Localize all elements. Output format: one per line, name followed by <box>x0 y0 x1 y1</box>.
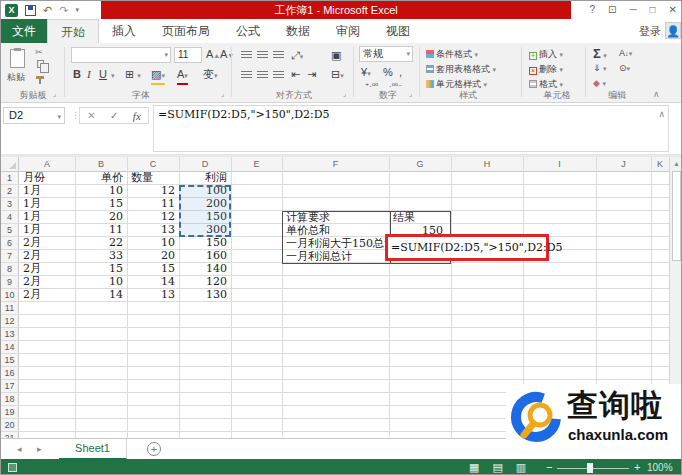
row-header[interactable]: 12 <box>1 315 19 327</box>
cut-icon[interactable]: ✂ <box>35 48 43 57</box>
cell[interactable]: 15 <box>75 263 127 275</box>
user-avatar-icon[interactable]: 👤 <box>665 22 681 39</box>
align-center-icon[interactable] <box>257 71 268 78</box>
align-middle-icon[interactable] <box>257 51 268 58</box>
cell[interactable]: 10 <box>75 185 127 197</box>
row-header[interactable]: 10 <box>1 289 19 301</box>
row-header[interactable]: 15 <box>1 354 19 366</box>
cell[interactable]: 15 <box>127 263 179 275</box>
cell[interactable]: 11 <box>75 224 127 236</box>
align-left-icon[interactable] <box>241 71 252 78</box>
format-as-table-button[interactable]: 套用表格格式 ▾ <box>426 63 496 76</box>
cell[interactable]: 15 <box>75 198 127 210</box>
next-sheet-icon[interactable]: ▸ <box>37 444 42 454</box>
phonetic-guide-icon[interactable]: 变▾ <box>203 67 218 83</box>
cell[interactable]: 2月 <box>19 250 75 262</box>
ribbon-options-button[interactable]: ⊡ <box>608 3 616 17</box>
minimize-button[interactable]: ─ <box>629 3 636 17</box>
insert-function-icon[interactable]: fx <box>133 110 141 122</box>
number-format-combo[interactable]: 常规▾ <box>359 46 413 62</box>
cell[interactable]: 2月 <box>19 237 75 249</box>
comma-style-icon[interactable]: , <box>399 65 402 79</box>
cell[interactable]: 150 <box>179 237 231 249</box>
tab-page-layout[interactable]: 页面布局 <box>149 19 223 43</box>
orientation-icon[interactable]: ⤢▾ <box>291 48 303 64</box>
name-box-dd-icon[interactable]: ▾ <box>57 109 61 124</box>
row-header[interactable]: 19 <box>1 406 19 418</box>
cell[interactable]: 33 <box>75 250 127 262</box>
underline-dd-icon[interactable]: ▾ <box>111 72 115 79</box>
cell[interactable]: 130 <box>179 289 231 301</box>
alignment-dialog-launcher-icon[interactable]: ⌟ <box>343 90 346 98</box>
tab-view[interactable]: 视图 <box>373 19 423 43</box>
col-header-e[interactable]: E <box>231 157 282 171</box>
cell[interactable]: 160 <box>179 250 231 262</box>
cell[interactable]: 140 <box>179 263 231 275</box>
row-header[interactable]: 20 <box>1 419 19 431</box>
col-header-b[interactable]: B <box>75 157 127 171</box>
row-header[interactable]: 8 <box>1 263 19 275</box>
cell[interactable]: 14 <box>75 289 127 301</box>
col-header-a[interactable]: A <box>19 157 75 171</box>
confirm-entry-icon[interactable]: ✓ <box>110 110 118 121</box>
col-header-h[interactable]: H <box>451 157 523 171</box>
find-select-icon[interactable]: ⊙▾ <box>619 63 630 73</box>
autosum-button[interactable]: Σ ▾ <box>593 46 607 61</box>
cell[interactable]: 利润 <box>179 172 231 184</box>
col-header-g[interactable]: G <box>389 157 451 171</box>
row-header[interactable]: 17 <box>1 380 19 392</box>
qat-customize-icon[interactable]: ▾ <box>75 6 79 14</box>
login-link[interactable]: 登录 <box>639 24 661 39</box>
underline-button[interactable]: U <box>99 67 107 81</box>
cell[interactable]: 1月 <box>19 211 75 223</box>
cell[interactable]: 月份 <box>19 172 75 184</box>
cancel-entry-icon[interactable]: ✕ <box>87 110 95 121</box>
font-color-icon[interactable]: A▾ <box>177 67 188 85</box>
cell[interactable]: 20 <box>75 211 127 223</box>
format-painter-icon[interactable] <box>36 76 44 79</box>
col-header-k[interactable]: K <box>651 157 669 171</box>
fill-color-icon[interactable]: ▨▾ <box>151 67 165 85</box>
delete-cells-button[interactable]: ×删除 ▾ <box>529 63 563 76</box>
tab-data[interactable]: 数据 <box>273 19 323 43</box>
selected-range-d2-d5[interactable] <box>179 185 231 237</box>
cell[interactable]: 12 <box>127 211 179 223</box>
row-header[interactable]: 6 <box>1 237 19 249</box>
cell[interactable]: 一月利润大于150总计 <box>286 237 390 250</box>
row-header[interactable]: 2 <box>1 185 19 197</box>
clipboard-dialog-launcher-icon[interactable]: ⌟ <box>53 90 56 98</box>
row-header[interactable]: 4 <box>1 211 19 223</box>
cell[interactable]: 2月 <box>19 289 75 301</box>
cell[interactable]: 14 <box>127 276 179 288</box>
font-size-combo[interactable]: 11 <box>174 47 202 63</box>
cell[interactable]: 单价 <box>75 172 127 184</box>
cell[interactable]: 12 <box>127 185 179 197</box>
cell[interactable]: 一月利润总计 <box>286 250 386 263</box>
close-button[interactable]: ✕ <box>669 3 677 17</box>
macro-record-icon[interactable] <box>8 463 17 472</box>
shrink-font-icon[interactable]: A▼ <box>220 47 234 63</box>
cell[interactable]: 结果 <box>393 211 447 224</box>
clear-icon[interactable]: ◆ ▾ <box>593 78 606 88</box>
accounting-format-icon[interactable]: ¥▾ <box>361 65 371 81</box>
vertical-scroll-thumb[interactable] <box>672 171 681 261</box>
insert-cells-button[interactable]: +插入 ▾ <box>529 48 563 61</box>
zoom-out-icon[interactable]: − <box>546 461 552 473</box>
cell[interactable]: 1月 <box>19 198 75 210</box>
cell[interactable]: 1月 <box>19 224 75 236</box>
collapse-formula-bar-icon[interactable]: ∧ <box>658 109 665 119</box>
number-dialog-launcher-icon[interactable]: ⌟ <box>409 90 412 98</box>
row-header[interactable]: 18 <box>1 393 19 405</box>
row-header[interactable]: 14 <box>1 341 19 353</box>
cell[interactable]: 2月 <box>19 276 75 288</box>
prev-sheet-icon[interactable]: ◂ <box>17 444 22 454</box>
cell[interactable]: 计算要求 <box>286 211 386 224</box>
cell[interactable]: 1月 <box>19 185 75 197</box>
grow-font-icon[interactable]: A▲ <box>206 47 220 63</box>
cell[interactable]: 13 <box>127 289 179 301</box>
font-dialog-launcher-icon[interactable]: ⌟ <box>221 90 224 98</box>
new-sheet-icon[interactable]: + <box>147 442 161 456</box>
normal-view-icon[interactable]: ▦ <box>469 461 479 474</box>
italic-button[interactable]: I <box>87 67 91 81</box>
formula-input[interactable]: =SUMIF(D2:D5,">150",D2:D5 <box>153 105 669 152</box>
